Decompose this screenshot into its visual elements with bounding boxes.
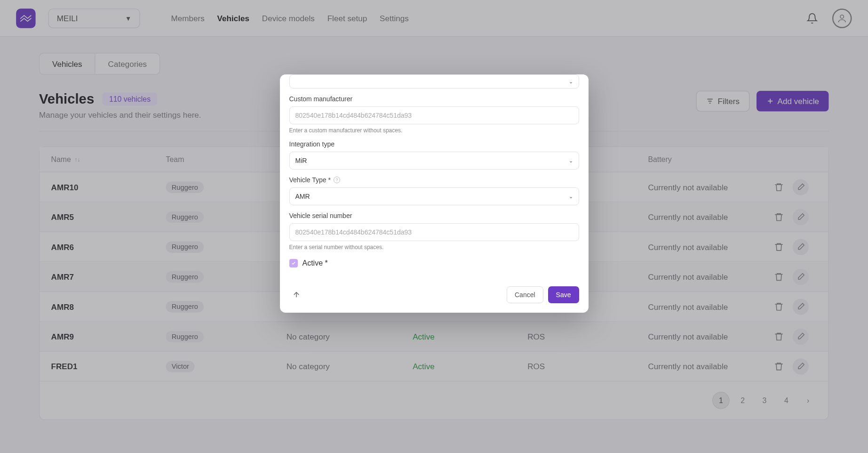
serial-label: Vehicle serial number <box>289 212 579 219</box>
arrow-up-icon <box>292 291 301 299</box>
info-icon[interactable]: ? <box>334 177 340 183</box>
integration-type-select[interactable]: MiR ⌄ <box>289 152 579 170</box>
modal-overlay[interactable]: ⌄ Custom manufacturer Enter a custom man… <box>0 0 868 453</box>
vehicle-type-label: Vehicle Type * ? <box>289 176 579 184</box>
vehicle-type-value: AMR <box>295 193 310 200</box>
check-icon <box>291 261 296 266</box>
serial-input[interactable] <box>289 223 579 241</box>
chevron-down-icon: ⌄ <box>569 194 573 200</box>
custom-manufacturer-input[interactable] <box>289 106 579 124</box>
integration-type-label: Integration type <box>289 140 579 148</box>
vehicle-type-select[interactable]: AMR ⌄ <box>289 187 579 205</box>
custom-manufacturer-help: Enter a custom manufacturer without spac… <box>289 127 579 134</box>
active-label: Active * <box>303 259 328 267</box>
vehicle-form-modal: ⌄ Custom manufacturer Enter a custom man… <box>280 74 589 313</box>
custom-manufacturer-label: Custom manufacturer <box>289 95 579 103</box>
cancel-button[interactable]: Cancel <box>507 286 543 303</box>
save-button[interactable]: Save <box>548 286 579 303</box>
serial-help: Enter a serial number without spaces. <box>289 244 579 251</box>
chevron-down-icon: ⌄ <box>569 79 573 85</box>
top-select[interactable]: ⌄ <box>289 74 579 89</box>
chevron-down-icon: ⌄ <box>569 158 573 164</box>
scroll-up-button[interactable] <box>289 288 303 302</box>
integration-type-value: MiR <box>295 157 307 164</box>
active-checkbox[interactable] <box>289 259 298 267</box>
